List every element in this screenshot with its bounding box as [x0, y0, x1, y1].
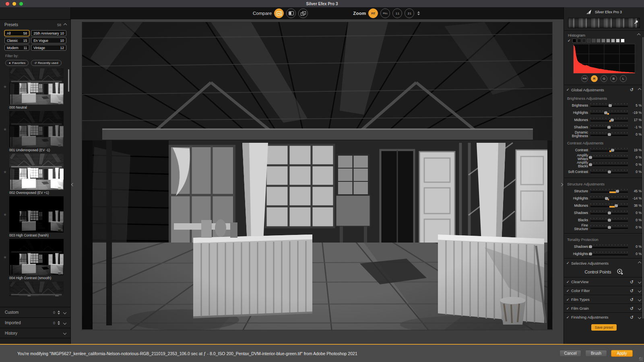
slider-handle[interactable]	[608, 133, 611, 136]
filter-chip[interactable]: ↺ Recently used	[31, 60, 62, 66]
preset-thumbnail[interactable]	[9, 282, 64, 296]
collapse-left-panel-icon[interactable]	[71, 183, 74, 186]
section-check-icon[interactable]: ✓	[566, 306, 571, 311]
preset-filter-button[interactable]: 25th Anniversary 10	[31, 30, 66, 36]
zone-swatch[interactable]	[572, 39, 576, 43]
section-reset-icon[interactable]: ↺	[630, 298, 634, 302]
slider-track[interactable]	[590, 189, 628, 193]
zoom-stepper[interactable]	[417, 11, 420, 15]
save-preset-button[interactable]: Save preset	[591, 324, 617, 331]
global-adjustments-header[interactable]: ✓ Global Adjustments ↺	[564, 86, 644, 93]
zoom-mode-fill[interactable]: FILL	[380, 8, 390, 18]
slider-handle[interactable]	[609, 104, 612, 107]
collapse-histogram-icon[interactable]	[637, 33, 640, 37]
preset-filter-button[interactable]: En Vogue 10	[31, 37, 66, 43]
slider-handle[interactable]	[589, 163, 592, 166]
slider-handle[interactable]	[608, 171, 611, 173]
slider-handle[interactable]	[605, 197, 608, 200]
global-adjustments-check-icon[interactable]: ✓	[566, 88, 571, 92]
collapse-global-icon[interactable]	[638, 88, 641, 91]
zone-swatch[interactable]	[601, 39, 605, 43]
zone-swatch[interactable]	[592, 39, 596, 43]
preset-filter-button[interactable]: Modern 11	[4, 45, 29, 51]
preset-thumbnail[interactable]	[9, 154, 64, 190]
photo-preview[interactable]	[82, 22, 552, 330]
slider-handle[interactable]	[616, 190, 619, 193]
zone-swatch[interactable]	[616, 39, 620, 43]
section-check-icon[interactable]: ✓	[566, 289, 571, 293]
slider-handle[interactable]	[615, 204, 618, 207]
zoom-mode-2-1[interactable]: 2:1	[405, 8, 414, 18]
slider-handle[interactable]	[589, 156, 592, 159]
preset-filter-button[interactable]: Vintage 12	[31, 45, 66, 51]
imported-presets-section[interactable]: Imported 0	[0, 317, 71, 328]
collapse-right-panel-icon[interactable]	[560, 183, 563, 186]
split-preview-button[interactable]	[286, 8, 296, 18]
slider-track[interactable]	[590, 155, 628, 160]
section-clearview[interactable]: ✓ ClearView ↺	[564, 277, 644, 286]
slider-track[interactable]	[590, 196, 628, 201]
zone-swatch[interactable]	[621, 39, 625, 43]
slider-handle[interactable]	[611, 119, 614, 121]
slider-track[interactable]	[590, 162, 628, 167]
window-resize-grip[interactable]	[639, 357, 643, 361]
section-film-grain[interactable]: ✓ Film Grain ↺	[564, 304, 644, 313]
slider-track[interactable]	[590, 218, 628, 222]
cancel-button[interactable]: Cancel	[559, 350, 581, 357]
preset-filter-button[interactable]: All 58	[4, 30, 29, 36]
section-reset-icon[interactable]: ↺	[630, 315, 634, 319]
imported-stepper[interactable]	[58, 321, 60, 325]
slider-track[interactable]	[590, 148, 628, 152]
preset-item[interactable]: ★ 004 High Contrast (smooth)	[9, 239, 64, 280]
zoom-mode-1-1[interactable]: 1:1	[392, 8, 402, 18]
slider-handle[interactable]	[604, 111, 607, 114]
loupe-preview-strip[interactable]	[568, 18, 640, 28]
imported-expand-icon[interactable]	[63, 321, 66, 324]
preset-thumbnail[interactable]	[9, 111, 64, 147]
collapse-selective-icon[interactable]	[638, 261, 641, 265]
side-by-side-button[interactable]	[298, 8, 308, 18]
preset-thumbnail[interactable]	[9, 239, 64, 275]
zone-swatch[interactable]	[582, 39, 586, 43]
slider-handle[interactable]	[607, 126, 611, 129]
section-check-icon[interactable]: ✓	[566, 315, 571, 319]
custom-expand-icon[interactable]	[63, 311, 66, 314]
preset-item[interactable]: ★ 000 Neutral	[9, 68, 64, 109]
slider-handle[interactable]	[608, 219, 611, 222]
section-expand-icon[interactable]	[638, 289, 641, 292]
slider-track[interactable]	[590, 225, 628, 230]
slider-track[interactable]	[590, 103, 628, 108]
zone-swatch[interactable]	[587, 39, 591, 43]
favorite-star-icon[interactable]: ★	[3, 84, 7, 89]
preset-filter-button[interactable]: Classic 15	[4, 37, 29, 43]
slider-handle[interactable]	[608, 226, 611, 229]
pin-icon[interactable]	[634, 20, 638, 25]
presets-header[interactable]: Presets 58	[0, 20, 70, 29]
reset-global-icon[interactable]: ↺	[630, 88, 634, 92]
slider-handle[interactable]	[589, 245, 592, 248]
apply-button[interactable]: Apply	[611, 350, 633, 357]
preset-item[interactable]: ★ 002 Overexposed (EV +1)	[9, 154, 64, 195]
slider-handle[interactable]	[608, 212, 611, 214]
history-section[interactable]: History	[0, 328, 71, 338]
selective-adjustments-header[interactable]: ✓ Selective Adjustments	[564, 259, 644, 267]
slider-track[interactable]	[590, 169, 628, 174]
zone-swatch[interactable]	[597, 39, 601, 43]
slider-track[interactable]	[590, 210, 628, 215]
custom-presets-section[interactable]: Custom 0	[0, 307, 71, 317]
zoom-mode-fit[interactable]: FIT	[368, 8, 378, 18]
slider-track[interactable]	[590, 244, 628, 249]
section-film-types[interactable]: ✓ Film Types ↺	[564, 295, 644, 304]
right-panel-scrollbar[interactable]	[642, 37, 644, 319]
compare-preview-button[interactable]	[274, 8, 284, 18]
channel-l-button[interactable]: L	[620, 75, 627, 82]
favorite-star-icon[interactable]: ★	[3, 170, 7, 174]
zone-check-icon[interactable]: ✓	[568, 39, 571, 43]
preset-item[interactable]: ★	[9, 282, 64, 296]
preset-thumbnail[interactable]	[9, 68, 64, 105]
favorite-star-icon[interactable]: ★	[3, 255, 7, 259]
section-finishing-adjustments[interactable]: ✓ Finishing Adjustments ↺	[564, 313, 644, 321]
history-expand-icon[interactable]	[63, 331, 66, 335]
section-color-filter[interactable]: ✓ Color Filter ↺	[564, 286, 644, 295]
preset-item[interactable]: ★ 003 High Contrast (harsh)	[9, 196, 64, 237]
